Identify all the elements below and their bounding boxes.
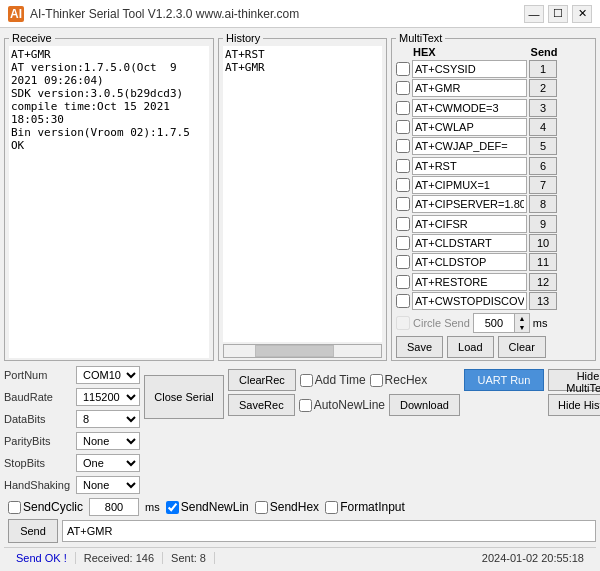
mt-row-checkbox-6[interactable] [396, 178, 410, 192]
rechex-checkbox[interactable] [370, 374, 383, 387]
mt-row-send-btn-2[interactable]: 3 [529, 99, 557, 117]
mt-row-checkbox-12[interactable] [396, 294, 410, 308]
paritybits-select[interactable]: None [76, 432, 140, 450]
mt-row-checkbox-4[interactable] [396, 139, 410, 153]
mt-row-checkbox-0[interactable] [396, 62, 410, 76]
sendhex-checkbox[interactable] [255, 501, 268, 514]
saverec-row: SaveRec AutoNewLine Download [228, 394, 460, 416]
handshaking-select[interactable]: None [76, 476, 140, 494]
mt-row-checkbox-8[interactable] [396, 217, 410, 231]
multitext-row: 4 [396, 118, 591, 136]
mt-row-input-11[interactable] [412, 273, 527, 291]
mt-row-input-10[interactable] [412, 253, 527, 271]
close-button[interactable]: ✕ [572, 5, 592, 23]
mt-row-checkbox-1[interactable] [396, 81, 410, 95]
clearrec-row: ClearRec Add Time RecHex [228, 369, 460, 391]
circle-send-checkbox[interactable] [396, 316, 410, 330]
cyclic-interval-input[interactable]: 800 [89, 498, 139, 516]
saverec-button[interactable]: SaveRec [228, 394, 295, 416]
mt-row-send-btn-8[interactable]: 9 [529, 215, 557, 233]
history-hscrollbar-thumb [255, 345, 334, 357]
interval-input[interactable]: 500 [474, 314, 514, 332]
mt-row-send-btn-9[interactable]: 10 [529, 234, 557, 252]
autonewline-checkbox[interactable] [299, 399, 312, 412]
title-bar: AI AI-Thinker Serial Tool V1.2.3.0 www.a… [0, 0, 600, 28]
mt-row-input-2[interactable] [412, 99, 527, 117]
hide-history-button[interactable]: Hide History [548, 394, 600, 416]
sendnewline-label[interactable]: SendNewLin [166, 500, 249, 514]
multitext-row: 3 [396, 99, 591, 117]
download-button[interactable]: Download [389, 394, 460, 416]
multitext-action-buttons: Save Load Clear [396, 336, 591, 358]
clear-button[interactable]: Clear [498, 336, 546, 358]
mt-row-input-0[interactable] [412, 60, 527, 78]
mt-row-checkbox-10[interactable] [396, 255, 410, 269]
rechex-label[interactable]: RecHex [370, 373, 428, 387]
sendhex-label[interactable]: SendHex [255, 500, 319, 514]
portnum-select[interactable]: COM10 [76, 366, 140, 384]
restore-button[interactable]: ☐ [548, 5, 568, 23]
title-bar-controls: — ☐ ✕ [524, 5, 592, 23]
interval-down-button[interactable]: ▼ [515, 323, 529, 332]
mt-row-send-btn-0[interactable]: 1 [529, 60, 557, 78]
sendnewline-checkbox[interactable] [166, 501, 179, 514]
mt-row-send-btn-11[interactable]: 12 [529, 273, 557, 291]
send-input[interactable]: AT+GMR [62, 520, 596, 542]
load-button[interactable]: Load [447, 336, 493, 358]
mt-row-send-btn-6[interactable]: 7 [529, 176, 557, 194]
minimize-button[interactable]: — [524, 5, 544, 23]
mt-row-send-btn-12[interactable]: 13 [529, 292, 557, 310]
mt-row-input-1[interactable] [412, 79, 527, 97]
mt-row-send-btn-10[interactable]: 11 [529, 253, 557, 271]
receive-textarea[interactable] [9, 46, 209, 358]
mt-row-checkbox-11[interactable] [396, 275, 410, 289]
mt-row-send-btn-3[interactable]: 4 [529, 118, 557, 136]
addtime-label[interactable]: Add Time [300, 373, 366, 387]
mt-row-input-4[interactable] [412, 137, 527, 155]
formatinput-label[interactable]: FormatInput [325, 500, 405, 514]
close-serial-button[interactable]: Close Serial [144, 375, 224, 419]
multitext-row: 6 [396, 157, 591, 175]
mt-row-input-6[interactable] [412, 176, 527, 194]
baudrate-select[interactable]: 115200 [76, 388, 140, 406]
receive-legend: Receive [9, 32, 55, 44]
uart-run-button[interactable]: UART Run [464, 369, 544, 391]
clearrec-button[interactable]: ClearRec [228, 369, 296, 391]
hide-multitext-button[interactable]: Hide MultiText [548, 369, 600, 391]
mt-row-checkbox-7[interactable] [396, 197, 410, 211]
mt-row-input-3[interactable] [412, 118, 527, 136]
circle-send-label: Circle Send [413, 317, 470, 329]
databits-row: DataBits 8 [4, 409, 140, 429]
mt-row-send-btn-5[interactable]: 6 [529, 157, 557, 175]
mt-row-checkbox-9[interactable] [396, 236, 410, 250]
mt-row-input-12[interactable] [412, 292, 527, 310]
received-status: Received: 146 [76, 552, 163, 564]
sendcyclic-label[interactable]: SendCyclic [8, 500, 83, 514]
formatinput-checkbox[interactable] [325, 501, 338, 514]
mt-row-checkbox-5[interactable] [396, 159, 410, 173]
interval-up-button[interactable]: ▲ [515, 314, 529, 323]
history-legend: History [223, 32, 263, 44]
controls-row1: PortNum COM10 BaudRate 115200 DataBits 8 [4, 365, 596, 495]
mt-row-input-8[interactable] [412, 215, 527, 233]
mt-row-checkbox-2[interactable] [396, 101, 410, 115]
mt-row-checkbox-3[interactable] [396, 120, 410, 134]
mt-row-input-7[interactable] [412, 195, 527, 213]
history-hscrollbar[interactable] [223, 344, 382, 358]
stopbits-select[interactable]: One [76, 454, 140, 472]
mt-row-send-btn-7[interactable]: 8 [529, 195, 557, 213]
mt-row-send-btn-4[interactable]: 5 [529, 137, 557, 155]
history-textarea[interactable] [223, 46, 382, 342]
databits-select[interactable]: 8 [76, 410, 140, 428]
send-button[interactable]: Send [8, 519, 58, 543]
save-button[interactable]: Save [396, 336, 443, 358]
cyclic-ms-label: ms [145, 501, 160, 513]
mt-row-input-5[interactable] [412, 157, 527, 175]
mt-row-input-9[interactable] [412, 234, 527, 252]
addtime-checkbox[interactable] [300, 374, 313, 387]
mt-row-send-btn-1[interactable]: 2 [529, 79, 557, 97]
databits-label: DataBits [4, 413, 76, 425]
sendcyclic-checkbox[interactable] [8, 501, 21, 514]
stopbits-label: StopBits [4, 457, 76, 469]
autonewline-label[interactable]: AutoNewLine [299, 398, 385, 412]
